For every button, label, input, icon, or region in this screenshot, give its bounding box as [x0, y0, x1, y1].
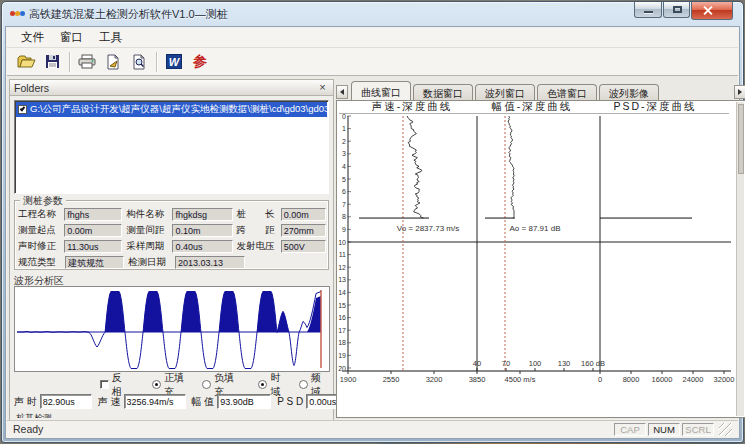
field-value: fhghs — [64, 208, 122, 221]
svg-text:幅值-深度曲线: 幅值-深度曲线 — [492, 101, 573, 112]
psd-label: P S D — [277, 396, 303, 407]
menu-bar: 文件 窗口 工具 — [7, 28, 738, 48]
folders-panel: Folders × G:\公司产品设计开发\超声仪器\超声仪实地检测数据\测桩\… — [9, 79, 334, 426]
depth-curves-svg: 声速-深度曲线幅值-深度曲线PSD-深度曲线012345678910111213… — [337, 101, 736, 416]
sound-time-field[interactable] — [40, 394, 92, 409]
file-listbox[interactable]: G:\公司产品设计开发\超声仪器\超声仪实地检测数据\测桩\cd\gd03\gd… — [14, 100, 329, 194]
pile-params-groupbox: 测桩参数 工程名称 fhghs 构件名称 fhgkdsg 桩 长 0.00m 测… — [14, 200, 329, 270]
radio-icon — [152, 380, 161, 389]
menu-tools[interactable]: 工具 — [91, 28, 130, 47]
svg-text:Ao = 87.91 dB: Ao = 87.91 dB — [510, 224, 561, 233]
svg-text:32000: 32000 — [714, 375, 735, 384]
scrollbar-thumb[interactable] — [738, 104, 744, 174]
close-icon — [703, 6, 712, 15]
field-label: 测量间距 — [126, 224, 172, 237]
radio-icon — [202, 380, 211, 389]
chart-panel: 曲线窗口 数据窗口 波列窗口 色谱窗口 波列影像 声速-深度曲线幅值-深度曲线P… — [336, 80, 745, 421]
arrow-left-icon — [340, 89, 344, 95]
field-label: 桩 长 — [237, 208, 281, 221]
field-label: 规范类型 — [18, 256, 65, 269]
svg-text:11: 11 — [339, 251, 346, 258]
app-icon — [10, 8, 24, 20]
svg-text:14: 14 — [338, 289, 346, 296]
svg-text:1: 1 — [342, 125, 346, 132]
svg-text:24000: 24000 — [683, 375, 704, 384]
close-folders-button[interactable]: × — [316, 82, 329, 93]
amplitude-field[interactable] — [217, 394, 271, 409]
scroll-lock-indicator: SCRL — [682, 423, 714, 436]
readouts-row: 声 时 声 速 幅 值 P S D — [14, 394, 332, 409]
parameters-button[interactable]: 参 — [188, 51, 212, 73]
field-value: 500V — [281, 240, 326, 253]
open-file-button[interactable] — [14, 51, 38, 73]
svg-text:3: 3 — [342, 150, 346, 157]
svg-text:18: 18 — [338, 339, 346, 346]
sound-time-label: 声 时 — [14, 395, 37, 409]
file-list-item[interactable]: G:\公司产品设计开发\超声仪器\超声仪实地检测数据\测桩\cd\gd03\gd… — [16, 102, 327, 117]
svg-text:12: 12 — [338, 264, 346, 271]
export-icon — [105, 54, 121, 70]
file-checkbox[interactable] — [18, 105, 27, 114]
open-folder-icon — [17, 54, 36, 69]
field-label: 发射电压 — [237, 240, 281, 253]
sound-speed-field[interactable] — [124, 394, 186, 409]
word-report-button[interactable]: W — [162, 51, 186, 73]
field-label: 构件名称 — [126, 208, 172, 221]
tab-wavetrain-image[interactable]: 波列影像 — [599, 84, 659, 100]
field-value: 11.30us — [64, 240, 122, 253]
tab-curve-window[interactable]: 曲线窗口 — [351, 81, 411, 100]
svg-text:PSD-深度曲线: PSD-深度曲线 — [613, 101, 696, 112]
svg-text:1900: 1900 — [340, 375, 357, 384]
tab-spectrum-window[interactable]: 色谱窗口 — [537, 84, 597, 100]
field-label: 采样周期 — [126, 240, 172, 253]
svg-text:17: 17 — [338, 327, 346, 334]
tab-data-window[interactable]: 数据窗口 — [413, 84, 473, 100]
minimize-button[interactable] — [634, 2, 662, 18]
field-value: 0.10m — [172, 224, 232, 237]
svg-text:0: 0 — [598, 375, 602, 384]
field-value: 2013.03.13 — [175, 256, 245, 269]
app-window: 高铁建筑混凝土检测分析软件V1.0—测桩 文件 窗口 工具 — [1, 1, 744, 443]
field-value: 270mm — [281, 224, 326, 237]
tab-bar: 曲线窗口 数据窗口 波列窗口 色谱窗口 波列影像 — [336, 80, 745, 100]
svg-text:声速-深度曲线: 声速-深度曲线 — [372, 101, 453, 112]
parameters-icon: 参 — [193, 53, 207, 71]
svg-text:3850: 3850 — [469, 375, 486, 384]
field-label: 声时修正 — [18, 240, 64, 253]
status-text: Ready — [13, 423, 612, 435]
scroll-tabs-left-button[interactable] — [336, 85, 348, 99]
svg-text:Vo = 2837.73 m/s: Vo = 2837.73 m/s — [397, 224, 460, 233]
field-value: 0.40us — [172, 240, 232, 253]
svg-text:160 dB: 160 dB — [581, 359, 605, 368]
maximize-icon — [673, 6, 682, 13]
svg-text:3200: 3200 — [426, 375, 443, 384]
svg-text:8000: 8000 — [623, 375, 640, 384]
print-button[interactable] — [75, 51, 99, 73]
analysis-waveform — [15, 287, 329, 371]
field-label: 检测日期 — [128, 256, 175, 269]
menu-window[interactable]: 窗口 — [52, 28, 91, 47]
folders-panel-title: Folders — [14, 82, 316, 94]
svg-text:13: 13 — [338, 276, 346, 283]
field-value: 0.00m — [64, 224, 122, 237]
save-button[interactable] — [40, 51, 64, 73]
export-button[interactable] — [101, 51, 125, 73]
tab-wavetrain-window[interactable]: 波列窗口 — [475, 84, 535, 100]
scroll-tabs-right-button[interactable] — [734, 85, 745, 99]
window-body: 文件 窗口 工具 W — [5, 26, 740, 439]
svg-text:0: 0 — [342, 113, 346, 120]
print-preview-button[interactable] — [127, 51, 151, 73]
menu-file[interactable]: 文件 — [13, 28, 52, 47]
resize-grip[interactable] — [719, 423, 732, 436]
chart-vertical-scrollbar[interactable] — [736, 102, 744, 416]
svg-text:8: 8 — [342, 213, 346, 220]
radio-icon — [258, 380, 267, 389]
print-preview-icon — [131, 54, 147, 70]
svg-text:2550: 2550 — [383, 375, 400, 384]
num-lock-indicator: NUM — [648, 423, 680, 436]
title-bar[interactable]: 高铁建筑混凝土检测分析软件V1.0—测桩 — [2, 2, 743, 26]
waveform-display[interactable] — [14, 286, 330, 372]
toolbar: W 参 — [7, 48, 738, 76]
maximize-button[interactable] — [663, 2, 690, 18]
close-button[interactable] — [691, 2, 733, 20]
